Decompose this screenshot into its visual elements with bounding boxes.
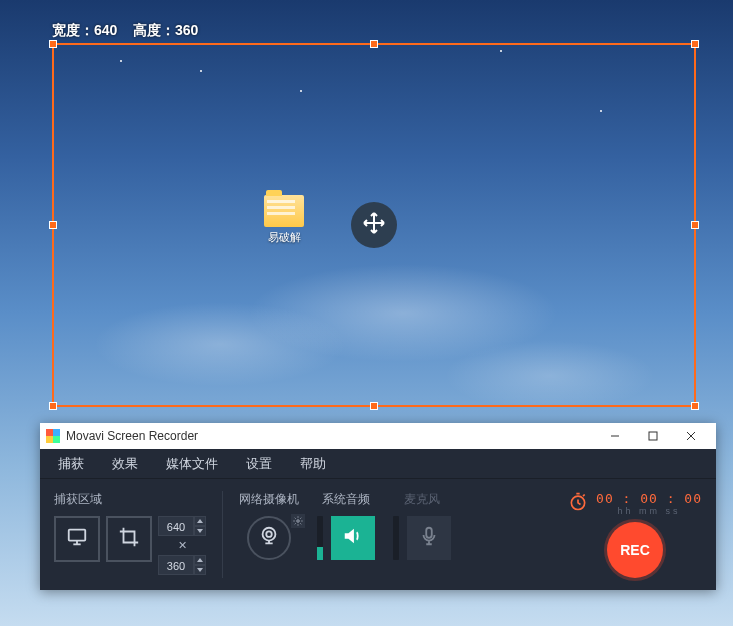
window-title: Movavi Screen Recorder bbox=[66, 429, 596, 443]
system-audio-level[interactable] bbox=[317, 516, 323, 560]
svg-point-7 bbox=[297, 520, 300, 523]
close-button[interactable] bbox=[672, 423, 710, 449]
titlebar[interactable]: Movavi Screen Recorder bbox=[40, 423, 716, 449]
capture-area-section: 捕获区域 bbox=[54, 491, 206, 575]
mic-level[interactable] bbox=[393, 516, 399, 560]
width-up[interactable] bbox=[194, 516, 206, 526]
desktop-folder[interactable]: 易破解 bbox=[264, 195, 304, 245]
webcam-settings-button[interactable] bbox=[291, 514, 305, 528]
menubar: 捕获 效果 媒体文件 设置 帮助 bbox=[40, 449, 716, 479]
crop-icon bbox=[118, 526, 140, 552]
resize-handle-tl[interactable] bbox=[49, 40, 57, 48]
svg-rect-10 bbox=[426, 528, 432, 538]
crop-button[interactable] bbox=[106, 516, 152, 562]
resize-handle-tr[interactable] bbox=[691, 40, 699, 48]
resize-handle-mr[interactable] bbox=[691, 221, 699, 229]
app-window: Movavi Screen Recorder 捕获 效果 媒体文件 设置 帮助 … bbox=[40, 423, 716, 590]
system-audio-label: 系统音频 bbox=[322, 491, 370, 508]
resize-handle-bc[interactable] bbox=[370, 402, 378, 410]
menu-help[interactable]: 帮助 bbox=[286, 449, 340, 479]
timer-units: hh mm ss bbox=[596, 506, 702, 516]
gear-icon bbox=[293, 512, 303, 530]
move-frame-button[interactable] bbox=[351, 202, 397, 248]
folder-label: 易破解 bbox=[264, 230, 304, 245]
svg-rect-1 bbox=[649, 432, 657, 440]
height-down[interactable] bbox=[194, 565, 206, 575]
fullscreen-button[interactable] bbox=[54, 516, 100, 562]
svg-point-9 bbox=[266, 531, 272, 537]
menu-capture[interactable]: 捕获 bbox=[44, 449, 98, 479]
system-audio-toggle[interactable] bbox=[331, 516, 375, 560]
menu-media[interactable]: 媒体文件 bbox=[152, 449, 232, 479]
webcam-toggle[interactable] bbox=[247, 516, 291, 560]
minimize-button[interactable] bbox=[596, 423, 634, 449]
height-up[interactable] bbox=[194, 555, 206, 565]
dimension-separator: ✕ bbox=[178, 539, 187, 552]
capture-area-label: 捕获区域 bbox=[54, 491, 206, 508]
microphone-toggle[interactable] bbox=[407, 516, 451, 560]
monitor-icon bbox=[66, 526, 88, 552]
record-section: 00 : 00 : 00 hh mm ss REC bbox=[568, 491, 702, 578]
capture-frame[interactable]: 易破解 bbox=[52, 43, 696, 407]
webcam-icon bbox=[258, 525, 280, 551]
folder-icon bbox=[264, 195, 304, 227]
svg-point-8 bbox=[263, 528, 276, 541]
width-down[interactable] bbox=[194, 526, 206, 536]
maximize-button[interactable] bbox=[634, 423, 672, 449]
resize-handle-bl[interactable] bbox=[49, 402, 57, 410]
app-icon bbox=[46, 429, 60, 443]
speaker-icon bbox=[342, 525, 364, 551]
width-input[interactable]: 640 bbox=[158, 516, 194, 536]
microphone-section: 麦克风 bbox=[393, 491, 451, 560]
record-button[interactable]: REC bbox=[607, 522, 663, 578]
resize-handle-br[interactable] bbox=[691, 402, 699, 410]
menu-settings[interactable]: 设置 bbox=[232, 449, 286, 479]
svg-rect-4 bbox=[69, 530, 86, 541]
move-icon bbox=[362, 211, 386, 239]
height-input[interactable]: 360 bbox=[158, 555, 194, 575]
menu-effects[interactable]: 效果 bbox=[98, 449, 152, 479]
microphone-icon bbox=[418, 525, 440, 551]
control-panel: 捕获区域 bbox=[40, 479, 716, 590]
record-label: REC bbox=[620, 542, 650, 558]
resize-handle-ml[interactable] bbox=[49, 221, 57, 229]
resize-handle-tc[interactable] bbox=[370, 40, 378, 48]
dimensions-display: 宽度：640 高度：360 bbox=[52, 22, 198, 40]
clock-icon[interactable] bbox=[568, 492, 588, 516]
system-audio-section: 系统音频 bbox=[317, 491, 375, 560]
webcam-section: 网络摄像机 bbox=[239, 491, 299, 560]
timer-display: 00 : 00 : 00 bbox=[596, 491, 702, 506]
webcam-label: 网络摄像机 bbox=[239, 491, 299, 508]
microphone-label: 麦克风 bbox=[404, 491, 440, 508]
